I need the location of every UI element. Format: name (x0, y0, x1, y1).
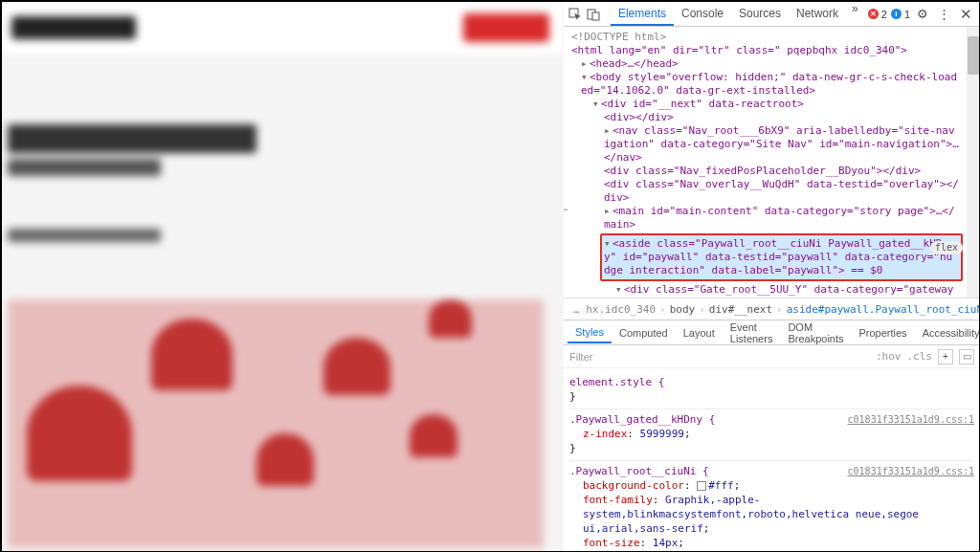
scrollbar[interactable] (967, 27, 980, 298)
subtab-styles[interactable]: Styles (568, 322, 612, 343)
tab-elements[interactable]: Elements (611, 2, 674, 26)
devtools-panel: Elements Console Sources Network » ✕2 i1… (564, 2, 980, 552)
subtab-computed[interactable]: Computed (612, 323, 676, 342)
computed-toggle-icon[interactable]: ▭ (959, 349, 974, 364)
node-next[interactable]: <div id="__next" data-reactroot> (601, 98, 804, 110)
webpage-blurred (2, 2, 564, 552)
inspect-icon[interactable] (568, 6, 582, 23)
subtab-eventlisteners[interactable]: Event Listeners (723, 318, 781, 348)
filter-input[interactable]: Filter (569, 351, 876, 363)
node-empty-div[interactable]: <div></div> (604, 111, 674, 123)
source-link[interactable]: c01831f33151a1d9.css:1 (848, 412, 974, 427)
new-style-rule-button[interactable]: + (938, 349, 953, 364)
dom-tree[interactable]: … <!DOCTYPE html> <html lang="en" dir="l… (564, 27, 980, 298)
subtab-dombreakpoints[interactable]: DOM Breakpoints (780, 318, 851, 348)
node-nav[interactable]: <nav class="Nav_root___6bX9" aria-labell… (604, 124, 959, 164)
node-nav-fixed[interactable]: <div class="Nav_fixedPosPlaceholder__BDy… (604, 165, 921, 177)
cls-toggle[interactable]: .cls (907, 350, 933, 363)
styles-filter-row: Filter :hov .cls + ▭ (564, 345, 980, 368)
styles-pane[interactable]: element.style { } c01831f33151a1d9.css:1… (564, 368, 980, 552)
rule-paywall-root[interactable]: c01831f33151a1d9.css:1 .Paywall_root__ci… (569, 461, 974, 552)
subscribe-button-blur (463, 13, 549, 42)
node-nav-overlay[interactable]: <div class="Nav_overlay__WuQdH" data-tes… (604, 178, 959, 204)
rule-element-style[interactable]: element.style { } (569, 372, 974, 409)
close-icon[interactable]: ✕ (956, 6, 976, 23)
subtab-properties[interactable]: Properties (851, 323, 914, 342)
node-doctype[interactable]: <!DOCTYPE html> (571, 31, 666, 43)
rule-paywall-gated[interactable]: c01831f33151a1d9.css:1 .Paywall_gated__k… (569, 409, 974, 461)
tabs-overflow[interactable]: » (846, 2, 864, 26)
kebab-icon[interactable]: ⋮ (935, 6, 952, 23)
node-head[interactable]: <head>…</head> (590, 57, 679, 70)
node-main[interactable]: <main id="main-content" data-category="s… (604, 205, 955, 231)
error-badge[interactable]: ✕2 (868, 9, 887, 20)
gear-icon[interactable]: ⚙ (914, 6, 931, 23)
info-badge[interactable]: i1 (891, 9, 910, 20)
tab-network[interactable]: Network (789, 2, 846, 26)
svg-rect-2 (592, 12, 599, 20)
subtab-layout[interactable]: Layout (676, 323, 723, 342)
flex-badge[interactable]: flex (930, 241, 963, 254)
devtools-toolbar: Elements Console Sources Network » ✕2 i1… (564, 2, 980, 27)
node-html[interactable]: <html lang="en" dir="ltr" class=" pqepbq… (571, 44, 907, 56)
selected-node[interactable]: ▾<aside class="Paywall_root__ciuNi Paywa… (600, 233, 963, 281)
tab-sources[interactable]: Sources (731, 2, 789, 26)
node-gate-root[interactable]: <div class="Gate_root__5UU_Y" data-categ… (615, 283, 960, 298)
tree-ellipsis: … (564, 201, 568, 214)
site-logo-blur (11, 16, 136, 39)
source-link[interactable]: c01831f33151a1d9.css:1 (848, 464, 974, 478)
node-body[interactable]: <body style="overflow: hidden;" data-new… (581, 71, 957, 97)
tab-console[interactable]: Console (674, 2, 731, 26)
device-toggle-icon[interactable] (586, 6, 600, 23)
subtab-accessibility[interactable]: Accessibility (915, 323, 980, 342)
color-swatch-icon[interactable] (697, 481, 706, 491)
styles-subtabs: Styles Computed Layout Event Listeners D… (564, 320, 980, 345)
hov-toggle[interactable]: :hov (876, 350, 902, 363)
